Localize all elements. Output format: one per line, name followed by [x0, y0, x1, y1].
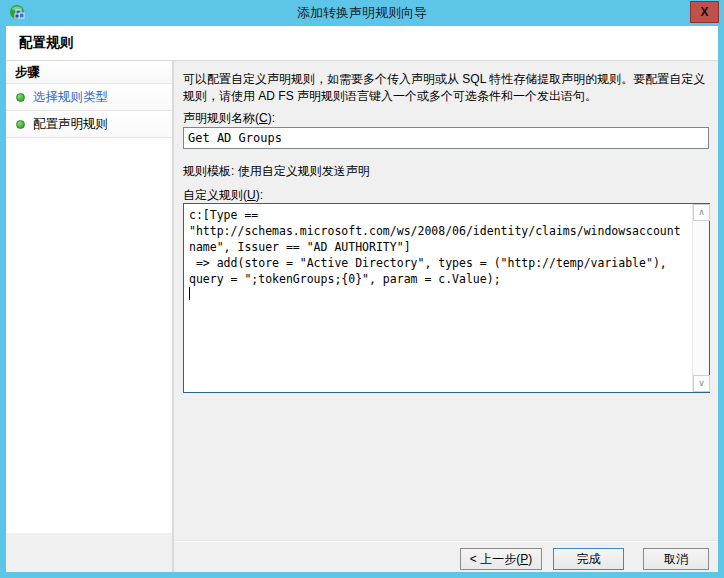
close-icon: X [700, 5, 708, 19]
button-label: ) [528, 552, 532, 566]
steps-header: 步骤 [6, 61, 172, 84]
claim-rule-name-label: 声明规则名称(C): [183, 110, 275, 127]
claim-rule-name-input[interactable] [183, 127, 709, 149]
text-caret [189, 287, 190, 300]
button-label: < 上一步( [470, 552, 520, 566]
custom-rule-label: 自定义规则(U): [183, 187, 263, 204]
scroll-up-button[interactable]: ∧ [693, 204, 710, 221]
window-title: 添加转换声明规则向导 [0, 0, 724, 26]
button-label: 取消 [664, 552, 688, 566]
access-key: P [520, 552, 528, 566]
custom-rule-code[interactable]: c:[Type == "http://schemas.microsoft.com… [189, 207, 690, 390]
step-complete-icon [16, 93, 25, 102]
wizard-window: 添加转换声明规则向导 X 配置规则 步骤 选择规则类型 配置声明规则 可以配置自… [0, 0, 724, 578]
sidebar-divider [172, 61, 174, 572]
access-key: U [247, 188, 256, 202]
access-key: C [259, 111, 268, 125]
rule-template-text: 规则模板: 使用自定义规则发送声明 [183, 163, 370, 180]
footer-separator [175, 540, 718, 542]
sidebar-item-label: 选择规则类型 [33, 89, 108, 106]
chevron-down-icon: ∨ [698, 379, 705, 388]
sidebar-item-label: 配置声明规则 [33, 116, 108, 133]
vertical-scrollbar[interactable]: ∧ ∨ [692, 204, 709, 392]
label-text: ): [268, 111, 275, 125]
sidebar-item-configure-claim-rule[interactable]: 配置声明规则 [6, 111, 172, 138]
sidebar-item-select-rule-type[interactable]: 选择规则类型 [6, 84, 172, 111]
title-bar[interactable]: 添加转换声明规则向导 X [0, 0, 724, 26]
label-text: ): [256, 188, 263, 202]
steps-sidebar: 步骤 选择规则类型 配置声明规则 [6, 61, 172, 533]
page-title: 配置规则 [19, 34, 73, 52]
step-current-icon [16, 120, 25, 129]
page-header: 配置规则 [6, 26, 718, 61]
close-button[interactable]: X [690, 1, 719, 23]
cancel-button[interactable]: 取消 [643, 548, 709, 570]
button-label: 完成 [577, 552, 601, 566]
description-text: 可以配置自定义声明规则，如需要多个传入声明或从 SQL 特性存储提取声明的规则。… [183, 71, 711, 105]
custom-rule-editor[interactable]: c:[Type == "http://schemas.microsoft.com… [183, 203, 710, 393]
scroll-down-button[interactable]: ∨ [693, 375, 710, 392]
chevron-up-icon: ∧ [698, 208, 705, 217]
label-text: 声明规则名称( [183, 111, 259, 125]
finish-button[interactable]: 完成 [553, 548, 624, 570]
previous-button[interactable]: < 上一步(P) [460, 548, 542, 570]
label-text: 自定义规则( [183, 188, 247, 202]
